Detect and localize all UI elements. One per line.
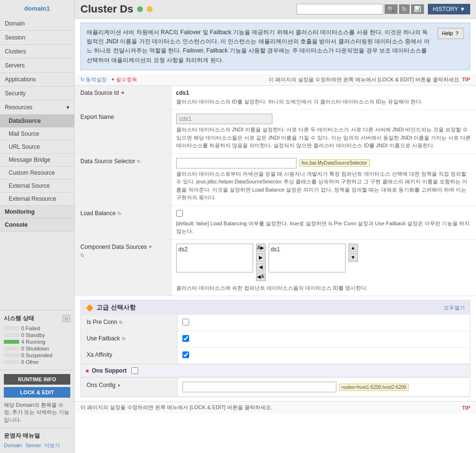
export-name-desc: 클러스터 데이터소스의 JNDI 이름을 설정한다. 서로 다른 두 데이터소스… <box>176 126 472 150</box>
ons-config-row: Ons Config ✦ nodes=host1:6200,host2:6200 <box>81 378 470 397</box>
state-shutdown: 0 Shutdown <box>4 346 70 351</box>
export-name-value-cell: 클러스터 데이터소스의 JNDI 이름을 설정한다. 서로 다른 두 데이터소스… <box>171 110 476 154</box>
sidebar-subitem-urlsource[interactable]: URL Source <box>0 141 74 154</box>
main-content: Cluster Ds 🔍 ↻ 📊 HISTORY ▼ 애플리케이션 서버 차원에… <box>75 0 476 453</box>
export-name-label: Export Name <box>75 110 171 154</box>
use-failback-checkbox[interactable] <box>182 335 189 342</box>
sidebar-subitem-msgbridge[interactable]: Message Bridge <box>0 154 74 167</box>
search-button[interactable]: 🔍 <box>385 4 398 14</box>
main-search-input[interactable] <box>296 4 383 14</box>
load-balance-checkbox[interactable] <box>176 210 183 217</box>
advanced-icon: 🔶 <box>86 304 93 311</box>
arrow-left-button[interactable]: ◀ <box>256 263 266 272</box>
sidebar-subitem-externalresource[interactable]: External Resource <box>0 193 74 206</box>
component-ds-sync-icon: ↻ <box>80 253 84 258</box>
dynamic-right: 이 페이지의 설정을 수정하려면 왼쪽 메뉴에서 [LOCK & EDIT] 버… <box>269 76 470 83</box>
form-table: Data Source Id ✦ cds1 클러스터 데이터소스의 ID를 설정… <box>75 86 476 297</box>
datasource-id-row: Data Source Id ✦ cds1 클러스터 데이터소스의 ID를 설정… <box>75 86 476 110</box>
xa-affinity-checkbox[interactable] <box>182 351 189 358</box>
domain-link[interactable]: domain1 <box>24 5 50 12</box>
sidebar-item-session[interactable]: Session <box>0 31 74 45</box>
lock-edit-button[interactable]: LOCK & EDIT <box>4 387 70 398</box>
refresh-button[interactable]: ↻ <box>399 4 410 14</box>
component-ds-row: Component Data Sources ✦ ↻ ds2 A▶ <box>75 239 476 296</box>
list-item: ds1 <box>271 246 343 253</box>
sidebar-item-servers[interactable]: Servers <box>0 59 74 73</box>
component-ds-layout: ds2 A▶ ▶ ◀ ◀A ds1 ▲ ▼ <box>176 244 472 281</box>
runtime-info-button[interactable]: RUNTIME INFO <box>4 374 70 385</box>
manual-domain-link[interactable]: Domain <box>4 442 22 448</box>
use-failback-sync: ↻ <box>122 336 126 341</box>
bottom-bar: 이 페이지의 설정을 수정하려면 왼쪽 메뉴에서 [LOCK & EDIT] 버… <box>75 401 476 414</box>
advanced-toggle[interactable]: 모두열기 <box>444 304 465 311</box>
component-ds-value-cell: ds2 A▶ ▶ ◀ ◀A ds1 ▲ ▼ <box>171 239 476 296</box>
is-pre-conn-value <box>177 315 470 331</box>
sidebar-help-text: 해당 Domain의 환목을 수정, 추가 또는 삭제하는 기능입니다. <box>4 401 70 424</box>
datasource-selector-input[interactable] <box>176 158 296 168</box>
arrow-all-left-button[interactable]: ◀A <box>256 272 266 281</box>
export-name-input[interactable] <box>176 114 272 124</box>
manual-section: 운영자 매뉴얼 Domain Server 더보기 <box>0 427 74 453</box>
ons-support-row: ■ Ons Support <box>81 364 470 378</box>
datasource-selector-value-cell: foo,bar,MyDataSourceSelector 클러스터 데이터소스로… <box>171 154 476 206</box>
load-balance-row: Load Balance ↻ [default: false] Load Bal… <box>75 206 476 239</box>
component-ds-req-icon: ✦ <box>148 244 152 249</box>
list-item: ds2 <box>179 246 251 253</box>
use-failback-value <box>177 331 470 348</box>
ons-support-checkbox[interactable] <box>131 367 138 374</box>
sidebar-item-resources[interactable]: Resources ▾ <box>0 101 74 115</box>
manual-more-link[interactable]: 더보기 <box>44 442 60 448</box>
sidebar-console[interactable]: Console <box>0 219 74 232</box>
history-button[interactable]: HISTORY ▼ <box>428 4 470 14</box>
sidebar-bottom: RUNTIME INFO LOCK & EDIT 해당 Domain의 환목을 … <box>0 370 74 427</box>
sidebar: domain1 Domain Session Clusters Servers … <box>0 0 75 453</box>
sidebar-subitem-customresource[interactable]: Custom Resource <box>0 167 74 180</box>
xa-affinity-label: Xa Affinity <box>81 348 177 364</box>
load-balance-label: Load Balance ↻ <box>75 206 171 239</box>
sidebar-item-applications[interactable]: Applications <box>0 73 74 87</box>
export-button[interactable]: 📊 <box>411 4 424 14</box>
arrow-right-button[interactable]: ▶ <box>256 253 266 262</box>
ons-config-value-cell: nodes=host1:6200,host2:6200 <box>177 378 470 397</box>
ons-config-req: ✦ <box>117 383 121 388</box>
state-suspended: 0 Suspended <box>4 352 70 358</box>
manual-links: Domain Server 더보기 <box>4 442 70 449</box>
required-star: ✦ <box>120 90 125 96</box>
arrow-up-button[interactable]: ▲ <box>348 244 358 252</box>
datasource-selector-label: Data Source Selector ↻ <box>75 154 171 206</box>
sidebar-subitem-externalsource[interactable]: External Source <box>0 180 74 193</box>
sidebar-item-clusters[interactable]: Clusters <box>0 45 74 59</box>
manual-server-link[interactable]: Server <box>26 442 41 448</box>
ons-config-input[interactable] <box>182 382 336 392</box>
sidebar-item-domain[interactable]: Domain <box>0 17 74 31</box>
up-down-arrows: ▲ ▼ <box>348 244 358 262</box>
help-button[interactable]: Help ？ <box>437 28 464 39</box>
system-state-panel: 시스템 상태 □ 0 Failed 0 Standby 4 Running 0 … <box>0 310 74 370</box>
dynamic-left: ↻ 동적설정 ✦ 필수항목 <box>80 76 137 83</box>
component-ds-left-list: ds2 <box>176 244 253 272</box>
required-label: ✦ 필수항목 <box>111 76 137 83</box>
component-ds-desc: 클러스터 데이터소스에 속한 컴퍼넌트 데이터소스들의 데이터소스 ID를 명시… <box>176 284 472 292</box>
advanced-title: 🔶 고급 선택사항 <box>86 303 136 312</box>
shutdown-bar <box>4 347 19 350</box>
arrow-all-right-button[interactable]: A▶ <box>256 244 266 252</box>
running-bar <box>4 340 19 344</box>
sidebar-item-security[interactable]: Security <box>0 87 74 101</box>
sidebar-monitoring[interactable]: Monitoring <box>0 206 74 219</box>
component-ds-label: Component Data Sources ✦ ↻ <box>75 239 171 296</box>
sidebar-subitem-mailsource[interactable]: Mail Source <box>0 128 74 141</box>
advanced-header: 🔶 고급 선택사항 모두열기 <box>81 300 470 315</box>
system-state-title: 시스템 상태 □ <box>4 314 70 323</box>
datasource-id-label: Data Source Id ✦ <box>75 86 171 110</box>
lb-sync-icon: ↻ <box>117 211 121 216</box>
dynamic-bar: ↻ 동적설정 ✦ 필수항목 이 페이지의 설정을 수정하려면 왼쪽 메뉴에서 [… <box>75 74 476 86</box>
suspended-bar <box>4 353 19 357</box>
ons-support-icon: ■ <box>86 368 89 374</box>
sidebar-subitem-datasource[interactable]: DataSource <box>0 115 74 128</box>
sidebar-domain: domain1 <box>0 0 74 17</box>
datasource-id-desc: 클러스터 데이터소스의 ID를 설정한다. 하나의 도메인에서 각 클러스터 데… <box>176 98 472 106</box>
arrow-down-button[interactable]: ▼ <box>348 253 358 262</box>
system-state-toggle[interactable]: □ <box>63 315 70 322</box>
is-pre-conn-checkbox[interactable] <box>182 319 189 325</box>
load-balance-value-cell: [default: false] Load Balancing 여부를 설정한다… <box>171 206 476 239</box>
